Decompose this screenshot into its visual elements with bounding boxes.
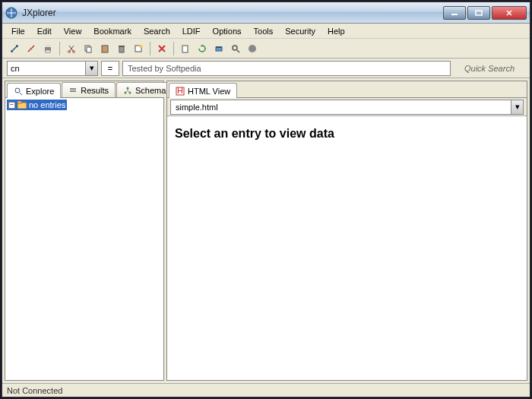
content-area: Explore Results Schema − no entries bbox=[2, 78, 530, 383]
tab-schema[interactable]: Schema bbox=[116, 82, 173, 97]
cancel-icon[interactable] bbox=[154, 41, 169, 56]
operator-combo[interactable]: = bbox=[101, 61, 119, 76]
disconnect-icon[interactable] bbox=[24, 41, 39, 56]
tab-html-view[interactable]: H HTML View bbox=[169, 83, 237, 98]
toolbar-separator bbox=[59, 42, 60, 55]
menu-tools[interactable]: Tools bbox=[248, 25, 280, 37]
toolbar-separator bbox=[173, 42, 174, 55]
svg-rect-28 bbox=[17, 101, 21, 103]
app-window: JXplorer File Edit View Bookmark Search … bbox=[2, 2, 530, 397]
folder-icon bbox=[17, 101, 27, 109]
svg-rect-11 bbox=[103, 45, 106, 46]
svg-rect-16 bbox=[182, 46, 188, 52]
tab-label: Results bbox=[81, 86, 109, 95]
explore-icon bbox=[14, 87, 23, 96]
template-combo[interactable]: simple.html ▾ bbox=[170, 100, 524, 115]
svg-point-15 bbox=[139, 45, 142, 48]
svg-rect-5 bbox=[46, 50, 50, 52]
quick-search-link[interactable]: Quick Search bbox=[454, 64, 525, 73]
svg-rect-12 bbox=[119, 46, 124, 52]
close-button[interactable] bbox=[492, 6, 527, 20]
dropdown-arrow-icon: ▾ bbox=[511, 100, 523, 114]
minimize-button[interactable] bbox=[443, 6, 466, 20]
operator-value: = bbox=[108, 64, 112, 73]
menu-security[interactable]: Security bbox=[279, 25, 321, 37]
titlebar: JXplorer bbox=[2, 2, 530, 24]
view-placeholder-message: Select an entry to view data bbox=[175, 127, 519, 141]
bookmark-icon[interactable] bbox=[211, 41, 226, 56]
tree-root-node[interactable]: − no entries bbox=[7, 100, 67, 110]
tree-view[interactable]: − no entries bbox=[5, 98, 163, 380]
menu-help[interactable]: Help bbox=[321, 25, 351, 37]
status-text: Not Connected bbox=[7, 386, 62, 395]
left-panel: Explore Results Schema − no entries bbox=[5, 81, 164, 381]
svg-rect-13 bbox=[119, 46, 125, 47]
connect-icon[interactable] bbox=[7, 41, 22, 56]
html-view-area: Select an entry to view data bbox=[167, 116, 527, 380]
tab-label: Schema bbox=[135, 86, 166, 95]
menubar: File Edit View Bookmark Search LDIF Opti… bbox=[2, 24, 530, 39]
right-panel: H HTML View simple.html ▾ Select an entr… bbox=[166, 81, 527, 381]
menu-view[interactable]: View bbox=[58, 25, 88, 37]
svg-rect-22 bbox=[70, 88, 76, 90]
menu-bookmark[interactable]: Bookmark bbox=[87, 25, 138, 37]
tree-expand-icon[interactable]: − bbox=[8, 102, 15, 109]
toolbar-separator bbox=[150, 42, 150, 55]
refresh-icon[interactable] bbox=[195, 41, 210, 56]
svg-point-19 bbox=[233, 46, 237, 50]
new-icon[interactable] bbox=[131, 41, 146, 56]
menu-edit[interactable]: Edit bbox=[31, 25, 58, 37]
search-icon[interactable] bbox=[228, 41, 243, 56]
svg-rect-9 bbox=[87, 47, 91, 52]
results-icon bbox=[68, 86, 78, 95]
search-input[interactable]: Tested by Softpedia bbox=[122, 61, 451, 76]
delete-icon[interactable] bbox=[114, 41, 129, 56]
copy-dn-icon[interactable] bbox=[178, 41, 193, 56]
tab-label: Explore bbox=[26, 87, 54, 96]
toolbar bbox=[2, 39, 530, 59]
svg-rect-2 bbox=[476, 11, 482, 15]
paste-icon[interactable] bbox=[97, 41, 112, 56]
attribute-value: cn bbox=[11, 64, 20, 73]
svg-point-20 bbox=[249, 45, 256, 52]
svg-rect-10 bbox=[102, 46, 108, 52]
svg-rect-4 bbox=[46, 45, 50, 47]
tab-explore[interactable]: Explore bbox=[7, 83, 61, 98]
tab-results[interactable]: Results bbox=[62, 82, 116, 97]
template-selector-row: simple.html ▾ bbox=[167, 98, 527, 116]
menu-ldif[interactable]: LDIF bbox=[176, 25, 207, 37]
window-controls bbox=[442, 6, 527, 20]
template-name: simple.html bbox=[176, 103, 218, 112]
tree-node-label: no entries bbox=[29, 100, 65, 109]
menu-options[interactable]: Options bbox=[207, 25, 248, 37]
maximize-button[interactable] bbox=[467, 6, 490, 20]
menu-file[interactable]: File bbox=[5, 25, 31, 37]
html-icon: H bbox=[176, 87, 185, 96]
window-title: JXplorer bbox=[22, 8, 442, 18]
quick-search-bar: cn ▾ = Tested by Softpedia Quick Search bbox=[2, 59, 530, 78]
attribute-combo[interactable]: cn ▾ bbox=[7, 61, 98, 76]
schema-icon bbox=[123, 86, 132, 95]
app-icon bbox=[5, 7, 17, 19]
tab-label: HTML View bbox=[188, 87, 230, 96]
svg-rect-18 bbox=[216, 46, 222, 48]
cut-icon[interactable] bbox=[64, 41, 79, 56]
print-icon[interactable] bbox=[40, 41, 55, 56]
svg-text:H: H bbox=[177, 87, 183, 95]
dropdown-arrow-icon: ▾ bbox=[85, 62, 97, 75]
menu-search[interactable]: Search bbox=[138, 25, 176, 37]
stop-icon[interactable] bbox=[245, 41, 260, 56]
statusbar: Not Connected bbox=[2, 383, 530, 397]
svg-rect-1 bbox=[451, 14, 458, 15]
search-value: Tested by Softpedia bbox=[128, 64, 201, 73]
copy-icon[interactable] bbox=[81, 41, 96, 56]
left-tabs: Explore Results Schema bbox=[5, 81, 163, 98]
svg-rect-23 bbox=[70, 90, 76, 92]
svg-point-21 bbox=[15, 88, 20, 93]
right-tabs: H HTML View bbox=[167, 81, 527, 98]
